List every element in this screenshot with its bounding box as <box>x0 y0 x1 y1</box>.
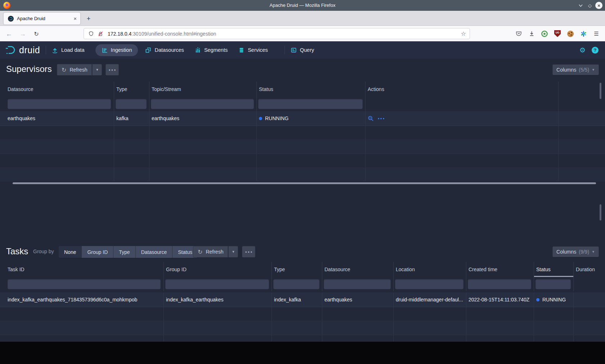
back-icon[interactable]: ← <box>4 28 14 39</box>
minimize-button[interactable] <box>577 2 584 9</box>
supervisors-more-button[interactable]: ●●● <box>106 64 119 76</box>
task-id-filter-input[interactable] <box>8 279 161 289</box>
nav-datasources[interactable]: Datasources <box>145 44 184 56</box>
nav-services[interactable]: Services <box>238 44 268 56</box>
cookie-extension-icon[interactable] <box>567 30 574 37</box>
col-type[interactable]: Type <box>114 82 149 97</box>
supervisor-datasource[interactable]: earthquakes <box>0 111 114 126</box>
maximize-button[interactable]: ◇ <box>586 2 593 9</box>
created-time-filter-input[interactable] <box>468 279 531 289</box>
col-status-sorted[interactable]: Status <box>534 262 574 277</box>
segments-icon <box>195 47 201 53</box>
help-icon[interactable]: ? <box>592 47 599 54</box>
supervisor-status[interactable]: RUNNING <box>257 111 366 126</box>
task-group-id[interactable]: index_kafka_earthquakes <box>164 292 272 307</box>
settings-gear-icon[interactable]: ⚙ <box>579 47 586 54</box>
extension-green-icon[interactable] <box>541 30 548 37</box>
datasource-filter-input[interactable] <box>8 99 111 109</box>
task-type[interactable]: index_kafka <box>272 292 322 307</box>
col-group-id[interactable]: Group ID <box>164 262 272 277</box>
tab-apache-druid[interactable]: Apache Druid × <box>4 13 80 24</box>
reload-icon[interactable]: ↻ <box>31 28 42 39</box>
tasks-table-header: Task ID Group ID Type Datasource Locatio… <box>0 262 605 277</box>
col-created-time[interactable]: Created time <box>466 262 534 277</box>
col-type[interactable]: Type <box>272 262 322 277</box>
nav-segments[interactable]: Segments <box>195 44 228 56</box>
tasks-title: Tasks <box>6 246 28 256</box>
col-task-id[interactable]: Task ID <box>0 262 164 277</box>
downloads-icon[interactable] <box>528 30 535 37</box>
close-window-button[interactable]: × <box>595 2 602 9</box>
supervisors-vertical-scrollbar[interactable] <box>600 83 601 99</box>
task-row[interactable]: index_kafka_earthquakes_7184357396d6c0a_… <box>0 292 605 307</box>
type-filter-input[interactable] <box>116 99 147 109</box>
datasource-filter-input[interactable] <box>324 279 391 289</box>
col-datasource[interactable]: Datasource <box>0 82 114 97</box>
group-by-none-button[interactable]: None <box>59 246 82 258</box>
supervisors-title: Supervisors <box>6 64 52 74</box>
url-bar[interactable]: 172.18.0.4:30109/unified-console.html#in… <box>84 28 470 39</box>
supervisor-row[interactable]: earthquakes kafka earthquakes RUNNING ●●… <box>0 111 605 126</box>
magnifier-icon[interactable] <box>368 115 374 122</box>
filter-cell <box>164 277 272 291</box>
col-status[interactable]: Status <box>257 82 366 97</box>
col-datasource[interactable]: Datasource <box>322 262 394 277</box>
supervisor-topic[interactable]: earthquakes <box>149 111 257 126</box>
supervisors-columns-button[interactable]: Columns (5/5) ▼ <box>552 64 599 75</box>
desktop-background <box>0 342 605 364</box>
query-icon <box>291 47 297 53</box>
col-duration[interactable]: Duration <box>574 262 605 277</box>
druid-logo[interactable]: druid <box>5 45 40 55</box>
supervisors-refresh-button[interactable]: ↻ Refresh <box>57 64 92 76</box>
type-filter-input[interactable] <box>273 279 319 289</box>
tasks-columns-button[interactable]: Columns (9/9) ▼ <box>552 246 599 257</box>
group-by-type-button[interactable]: Type <box>113 246 135 258</box>
task-location[interactable]: druid-middlemanager-defaul... <box>394 292 466 307</box>
col-topic-stream[interactable]: Topic/Stream <box>149 82 257 97</box>
group-by-group-id-button[interactable]: Group ID <box>82 246 113 258</box>
col-filler <box>559 82 605 97</box>
supervisors-refresh-caret-button[interactable]: ▼ <box>92 64 102 76</box>
ingestion-icon <box>102 47 108 53</box>
task-created-time[interactable]: 2022-08-15T14:11:03.740Z <box>466 292 534 307</box>
task-id[interactable]: index_kafka_earthquakes_7184357396d6c0a_… <box>0 292 164 307</box>
tasks-refresh-button[interactable]: ↻ Refresh <box>193 246 228 258</box>
status-label: RUNNING <box>265 115 288 121</box>
status-filter-input[interactable] <box>535 279 571 289</box>
supervisor-filler-cell <box>559 111 605 126</box>
task-duration[interactable] <box>574 292 605 307</box>
task-datasource[interactable]: earthquakes <box>322 292 394 307</box>
status-filter-input[interactable] <box>258 99 363 109</box>
tasks-refresh-caret-button[interactable]: ▼ <box>228 246 238 258</box>
asterisk-extension-icon[interactable] <box>580 30 587 37</box>
supervisors-horizontal-scrollbar[interactable] <box>13 182 596 184</box>
services-icon <box>238 47 245 53</box>
nav-load-data[interactable]: Load data <box>52 44 85 56</box>
nav-ingestion-active[interactable]: Ingestion <box>95 44 138 56</box>
location-filter-input[interactable] <box>395 279 463 289</box>
nav-query-label: Query <box>300 47 314 53</box>
insecure-lock-icon[interactable] <box>97 30 104 37</box>
bookmark-star-icon[interactable]: ☆ <box>461 30 466 37</box>
supervisor-type[interactable]: kafka <box>114 111 149 126</box>
group-id-filter-input[interactable] <box>165 279 269 289</box>
nav-query[interactable]: Query <box>291 44 314 56</box>
tab-close-icon[interactable]: × <box>73 15 77 22</box>
col-location[interactable]: Location <box>394 262 466 277</box>
new-tab-button[interactable]: + <box>84 14 94 24</box>
forward-icon[interactable]: → <box>17 28 28 39</box>
tasks-more-button[interactable]: ●●● <box>242 246 255 258</box>
row-more-icon[interactable]: ●●● <box>378 117 385 120</box>
filter-cell <box>394 277 466 291</box>
topic-filter-input[interactable] <box>151 99 254 109</box>
empty-row <box>0 126 605 140</box>
group-by-datasource-button[interactable]: Datasource <box>136 246 173 258</box>
ublock-origin-icon[interactable]: UO <box>554 30 561 37</box>
shield-icon[interactable] <box>88 30 95 37</box>
pocket-icon[interactable] <box>515 30 522 37</box>
tasks-vertical-scrollbar[interactable] <box>600 204 601 220</box>
chevron-down-icon: ▼ <box>592 68 595 72</box>
col-actions[interactable]: Actions <box>366 82 559 97</box>
menu-icon[interactable]: ☰ <box>593 30 600 37</box>
task-status[interactable]: RUNNING <box>534 292 574 307</box>
